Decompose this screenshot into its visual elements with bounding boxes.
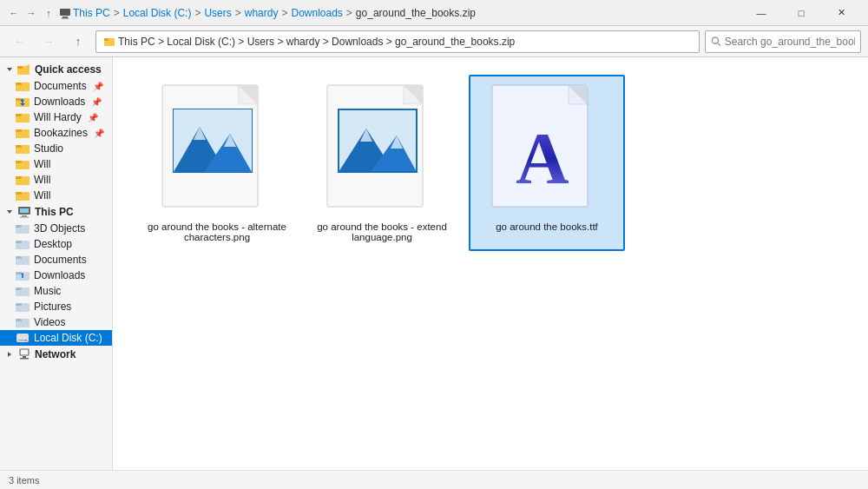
maximize-button[interactable]: □ bbox=[781, 0, 821, 26]
search-input[interactable] bbox=[725, 36, 855, 48]
sidebar-item-desktop[interactable]: Desktop bbox=[0, 236, 112, 252]
desktop-icon bbox=[16, 238, 30, 250]
file-icon-ttf: A bbox=[490, 83, 603, 218]
sidebar-item-will1[interactable]: Will bbox=[0, 156, 112, 172]
network-label: Network bbox=[35, 348, 76, 360]
search-box[interactable] bbox=[705, 30, 861, 53]
sidebar-item-documents[interactable]: Documents 📌 bbox=[0, 78, 112, 94]
pictures-icon bbox=[16, 301, 30, 313]
sidebar-item-will3[interactable]: Will bbox=[0, 188, 112, 203]
minimize-button[interactable]: — bbox=[741, 0, 781, 26]
sep4: > bbox=[281, 7, 287, 19]
window-controls: — □ ✕ bbox=[741, 0, 861, 26]
folder-willhardy-icon bbox=[16, 111, 30, 123]
chevron-down-icon bbox=[5, 65, 14, 74]
svg-rect-2 bbox=[62, 17, 69, 18]
svg-rect-23 bbox=[16, 145, 22, 148]
sidebar-label-willhardy: Will Hardy bbox=[34, 111, 82, 123]
sidebar-item-3dobjects[interactable]: 3D Objects bbox=[0, 221, 112, 236]
svg-rect-57 bbox=[20, 358, 29, 360]
network-icon bbox=[17, 348, 31, 360]
svg-rect-40 bbox=[16, 256, 22, 259]
path-zip: go_around_the_books.zip bbox=[356, 7, 476, 19]
nav-up[interactable]: ↑ bbox=[42, 6, 56, 20]
nav-back[interactable]: ← bbox=[7, 6, 21, 20]
svg-rect-9 bbox=[17, 66, 23, 69]
svg-rect-33 bbox=[22, 215, 27, 217]
svg-rect-4 bbox=[104, 38, 108, 41]
sidebar-item-localdisk[interactable]: Local Disk (C:) bbox=[0, 330, 112, 346]
svg-rect-55 bbox=[20, 349, 29, 355]
svg-rect-19 bbox=[16, 114, 22, 116]
quick-access-header[interactable]: Quick access bbox=[0, 61, 112, 78]
sidebar-label-will3: Will bbox=[34, 189, 50, 202]
svg-rect-32 bbox=[20, 208, 29, 213]
sidebar-item-bookazines[interactable]: Bookazines 📌 bbox=[0, 125, 112, 141]
close-button[interactable]: ✕ bbox=[821, 0, 861, 26]
this-pc-header[interactable]: This PC bbox=[0, 203, 112, 221]
chevron-down-thispc-icon bbox=[5, 208, 14, 216]
nav-forward[interactable]: → bbox=[24, 6, 38, 20]
svg-rect-1 bbox=[62, 17, 68, 18]
sidebar-label-downloads-pc: Downloads bbox=[34, 269, 85, 281]
sidebar-item-documents-pc[interactable]: Documents bbox=[0, 252, 112, 268]
svg-rect-56 bbox=[23, 356, 26, 358]
path-users[interactable]: Users bbox=[204, 7, 231, 19]
svg-line-6 bbox=[718, 43, 720, 46]
search-icon bbox=[711, 36, 721, 47]
sidebar-item-downloads-quick[interactable]: Downloads 📌 bbox=[0, 94, 112, 109]
svg-rect-29 bbox=[16, 192, 22, 195]
sidebar-label-downloads-quick: Downloads bbox=[34, 96, 85, 108]
breadcrumb: This PC > Local Disk (C:) > Users > whar… bbox=[59, 7, 476, 19]
sidebar-label-3dobjects: 3D Objects bbox=[34, 222, 85, 235]
forward-button[interactable]: → bbox=[36, 30, 61, 53]
png-doc-svg2 bbox=[326, 83, 430, 209]
sidebar-item-will2[interactable]: Will bbox=[0, 172, 112, 188]
sidebar-label-studio: Studio bbox=[34, 142, 63, 155]
sidebar-item-willhardy[interactable]: Will Hardy 📌 bbox=[0, 109, 112, 125]
back-button[interactable]: ← bbox=[7, 30, 31, 53]
folder-bookazines-icon bbox=[16, 127, 30, 139]
sidebar-item-music[interactable]: Music bbox=[0, 283, 112, 299]
pc-icon bbox=[59, 7, 71, 19]
main-layout: Quick access Documents 📌 Downloads 📌 bbox=[0, 57, 868, 470]
svg-rect-27 bbox=[16, 176, 22, 179]
sep1: > bbox=[114, 7, 120, 19]
sidebar-label-will1: Will bbox=[34, 158, 50, 170]
svg-rect-21 bbox=[16, 129, 22, 132]
up-button[interactable]: ↑ bbox=[66, 30, 90, 53]
path-thispc[interactable]: This PC bbox=[73, 7, 110, 19]
sep2: > bbox=[194, 7, 201, 19]
sidebar-item-downloads-pc[interactable]: Downloads bbox=[0, 268, 112, 283]
title-bar-left: ← → ↑ This PC > Local Disk (C:) > Users … bbox=[7, 6, 476, 20]
folder-will1-icon bbox=[16, 158, 30, 170]
title-bar: ← → ↑ This PC > Local Disk (C:) > Users … bbox=[0, 0, 868, 26]
sidebar-label-bookazines: Bookazines bbox=[34, 127, 88, 139]
sidebar-item-studio[interactable]: Studio bbox=[0, 141, 112, 156]
folder-will3-icon bbox=[16, 189, 30, 202]
file-icon-png2 bbox=[326, 83, 438, 218]
file-item-ttf[interactable]: A go around the books.ttf bbox=[469, 75, 625, 251]
path-drive[interactable]: Local Disk (C:) bbox=[123, 7, 192, 19]
sidebar-label-music: Music bbox=[34, 285, 61, 297]
svg-marker-54 bbox=[8, 352, 11, 357]
address-path[interactable]: This PC > Local Disk (C:) > Users > whar… bbox=[95, 30, 700, 53]
file-item-png2[interactable]: go around the books - extend language.pn… bbox=[304, 75, 460, 251]
svg-point-53 bbox=[25, 340, 27, 341]
path-downloads[interactable]: Downloads bbox=[291, 7, 342, 19]
svg-rect-42 bbox=[16, 272, 22, 274]
file-item-png1[interactable]: go around the books - alternate characte… bbox=[139, 75, 295, 251]
svg-rect-48 bbox=[16, 303, 22, 306]
sep3: > bbox=[235, 7, 241, 19]
svg-rect-12 bbox=[16, 83, 22, 85]
file-icon-png1 bbox=[161, 83, 273, 218]
sidebar-item-pictures[interactable]: Pictures bbox=[0, 299, 112, 314]
sidebar-label-documents-pc: Documents bbox=[34, 254, 87, 266]
music-icon bbox=[16, 285, 30, 297]
sidebar-item-videos[interactable]: Videos bbox=[0, 314, 112, 330]
path-whardy[interactable]: whardy bbox=[245, 7, 279, 19]
network-header[interactable]: Network bbox=[0, 346, 112, 363]
status-bar: 3 items bbox=[0, 470, 868, 489]
folder-icon bbox=[16, 80, 30, 92]
file-label-png2: go around the books - extend language.pn… bbox=[312, 221, 451, 242]
